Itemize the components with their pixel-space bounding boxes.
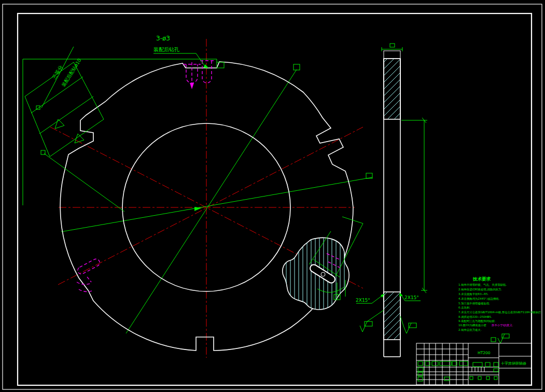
chamfer-left-text: 2X15°: [356, 298, 370, 303]
hole-callout-line1: 3-ø3: [156, 35, 170, 42]
lower-hatch-band: [384, 292, 400, 340]
left-note-line1: 三等分: [51, 64, 64, 80]
roughness-symbol-left: [360, 310, 384, 332]
chamfer-right-text: 2X15°: [404, 295, 419, 300]
svg-text:8.调质处理220~250HBS.: 8.调质处理220~250HBS.: [458, 315, 492, 319]
tech-notes-magenta: 厚不小于t的意义.: [491, 324, 513, 327]
cad-drawing-screenshot: 3-ø3 装配后钻孔 三等分 装配后配钻ø10: [0, 0, 545, 392]
front-view: 3-ø3 装配后钻孔 三等分 装配后配钻ø10: [23, 35, 372, 358]
chamfer-callout-left: 2X15°: [356, 294, 384, 303]
top-hidden-slots: [183, 61, 214, 89]
svg-text:1.铸件不得有砂眼、气孔、夹渣等缺陷.: 1.铸件不得有砂眼、气孔、夹渣等缺陷.: [458, 283, 507, 287]
svg-text:5.加工面不得有磕碰划伤.: 5.加工面不得有磕碰划伤.: [458, 302, 490, 305]
hole-callout-line2: 装配后钻孔: [153, 47, 179, 52]
upper-hatch-band: [384, 59, 400, 119]
tech-notes-title: 技术要求: [472, 276, 491, 282]
svg-text:10.图中t为槽底最小壁: 10.图中t为槽底最小壁: [458, 324, 486, 327]
material-text: HT200: [478, 351, 491, 355]
side-section-view: 2X15° 2X15°: [356, 44, 427, 357]
cad-canvas: 3-ø3 装配后钻孔 三等分 装配后配钻ø10: [0, 0, 545, 392]
part-name-text: 十字滑块联轴器: [501, 361, 526, 366]
svg-text:7.未注尺寸公差按GB/T1804-m级,形位公差按GB/T: 7.未注尺寸公差按GB/T1804-m级,形位公差按GB/T1184-K级执行.: [458, 311, 542, 314]
svg-text:2.铸件去应力退火.: 2.铸件去应力退火.: [458, 328, 482, 331]
tech-notes: 技术要求 1.铸件不得有砂眼、气孔、夹渣等缺陷. 2.铸件应进行时效处理,消除内…: [458, 276, 542, 331]
lower-left-hidden-slot: [76, 258, 101, 292]
svg-text:4.未注倒角均为2X45°,锐边倒钝.: 4.未注倒角均为2X45°,锐边倒钝.: [458, 297, 499, 301]
title-block: HT200 十字滑块联轴器: [416, 343, 532, 385]
svg-text:3.未注圆角半径R3~R5.: 3.未注圆角半径R3~R5.: [458, 292, 488, 296]
rest-roughness-symbol: [491, 334, 509, 343]
svg-text:2.铸件应进行时效处理,消除内应力.: 2.铸件应进行时效处理,消除内应力.: [458, 288, 502, 291]
roughness-symbol-right: [400, 316, 416, 333]
top-dimension: [23, 59, 224, 68]
chamfer-callout-right: 2X15°: [399, 293, 421, 301]
svg-text:9.装配时三孔与相配件同钻铰.: 9.装配时三孔与相配件同钻铰.: [458, 319, 496, 323]
upper-left-dimensions: 三等分 装配后配钻ø10: [23, 47, 124, 212]
svg-text:6.去毛刺.: 6.去毛刺.: [458, 306, 470, 309]
centerlines: [50, 39, 363, 358]
drawing-frame: [3, 4, 542, 389]
height-dimension: [401, 118, 427, 293]
